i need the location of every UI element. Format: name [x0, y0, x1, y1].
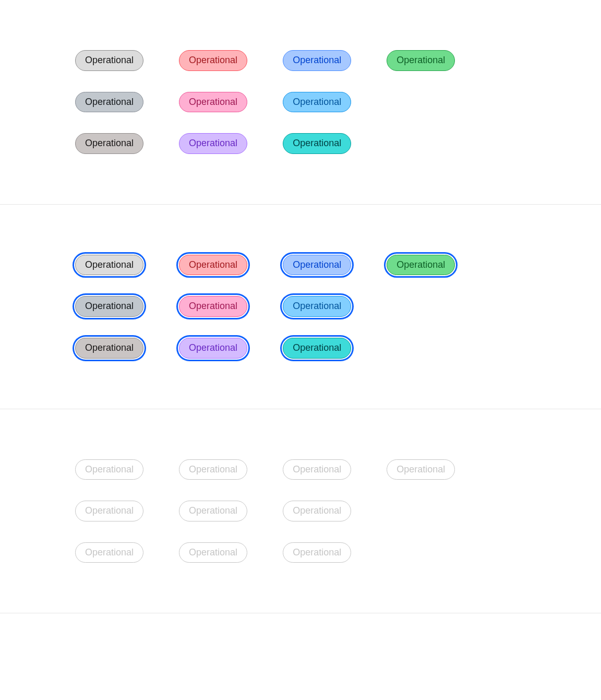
tag-magenta-disabled: Operational [179, 501, 247, 521]
tag-gray[interactable]: Operational [75, 255, 143, 276]
tag-cool-gray-disabled: Operational [75, 501, 143, 521]
tag-magenta[interactable]: Operational [179, 296, 247, 317]
tag-grid: Operational Operational Operational Oper… [75, 255, 526, 359]
section-default: Operational Operational Operational Oper… [0, 0, 601, 205]
tag-green[interactable]: Operational [387, 255, 455, 276]
tag-green[interactable]: Operational [387, 50, 455, 71]
tag-red-disabled: Operational [179, 459, 247, 480]
section-disabled: Operational Operational Operational Oper… [0, 409, 601, 614]
tag-gray-disabled: Operational [75, 459, 143, 480]
tag-blue[interactable]: Operational [283, 255, 351, 276]
tag-cyan[interactable]: Operational [283, 92, 351, 113]
tag-teal[interactable]: Operational [283, 338, 351, 359]
section-selected: Operational Operational Operational Oper… [0, 205, 601, 409]
tag-magenta[interactable]: Operational [179, 92, 247, 113]
tag-red[interactable]: Operational [179, 255, 247, 276]
tag-cool-gray[interactable]: Operational [75, 296, 143, 317]
tag-cool-gray[interactable]: Operational [75, 92, 143, 113]
tag-warm-gray-disabled: Operational [75, 542, 143, 563]
tag-blue[interactable]: Operational [283, 50, 351, 71]
tag-grid: Operational Operational Operational Oper… [75, 50, 526, 154]
tag-blue-disabled: Operational [283, 459, 351, 480]
tag-teal-disabled: Operational [283, 542, 351, 563]
tag-red[interactable]: Operational [179, 50, 247, 71]
tag-green-disabled: Operational [387, 459, 455, 480]
tag-gray[interactable]: Operational [75, 50, 143, 71]
tag-purple[interactable]: Operational [179, 338, 247, 359]
tag-purple[interactable]: Operational [179, 133, 247, 154]
tag-cyan[interactable]: Operational [283, 296, 351, 317]
tag-grid: Operational Operational Operational Oper… [75, 459, 526, 563]
tag-cyan-disabled: Operational [283, 501, 351, 521]
tag-purple-disabled: Operational [179, 542, 247, 563]
tag-warm-gray[interactable]: Operational [75, 338, 143, 359]
tag-warm-gray[interactable]: Operational [75, 133, 143, 154]
tag-teal[interactable]: Operational [283, 133, 351, 154]
